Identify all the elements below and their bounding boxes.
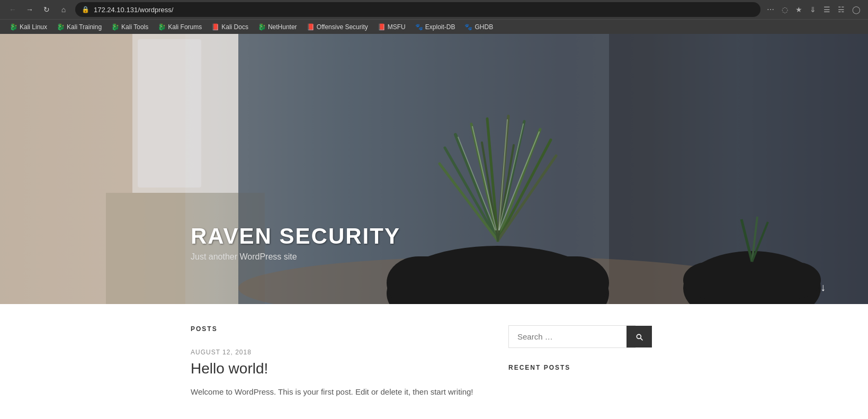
msfu-icon: 📕 — [378, 23, 386, 31]
download-icon[interactable]: ⇓ — [808, 3, 818, 16]
bookmark-kali-training-label: Kali Training — [67, 23, 102, 31]
search-box — [508, 325, 636, 348]
post-excerpt: Welcome to WordPress. This is your first… — [191, 386, 477, 398]
hero-title: RAVEN SECURITY — [191, 224, 400, 249]
bookmark-kali-docs[interactable]: 📕 Kali Docs — [207, 22, 253, 32]
browser-actions: ⋯ ◌ ★ ⇓ ☰ ☵ ◯ — [765, 3, 863, 16]
nav-buttons: ← → ↻ ⌂ — [5, 2, 71, 17]
kali-forums-icon: 🐉 — [158, 23, 166, 31]
ghdb-icon: 🐾 — [464, 23, 472, 31]
bookmark-kali-docs-label: Kali Docs — [221, 23, 248, 31]
address-bar[interactable]: 🔒 172.24.10.131/wordpress/ — [75, 2, 760, 17]
browser-chrome: ← → ↻ ⌂ 🔒 172.24.10.131/wordpress/ ⋯ ◌ ★… — [0, 0, 868, 34]
bookmark-kali-forums-label: Kali Forums — [168, 23, 202, 31]
bookmark-star-icon[interactable]: ★ — [793, 3, 804, 16]
post-date: AUGUST 12, 2018 — [191, 349, 477, 356]
hero-subtitle: Just another WordPress site — [191, 252, 400, 262]
kali-linux-icon: 🐉 — [10, 23, 17, 31]
pocket-icon[interactable]: ◌ — [780, 3, 790, 16]
search-input[interactable] — [509, 326, 627, 347]
forward-button[interactable]: → — [22, 2, 37, 17]
posts-section-label: POSTS — [191, 325, 477, 333]
sidebar: RECENT POSTS — [477, 325, 657, 398]
profile-icon[interactable]: ◯ — [850, 3, 863, 16]
bookmark-kali-tools-label: Kali Tools — [121, 23, 148, 31]
bookmarks-bar: 🐉 Kali Linux 🐉 Kali Training 🐉 Kali Tool… — [0, 19, 868, 34]
bookmark-offensive-security[interactable]: 📕 Offensive Security — [302, 22, 372, 32]
content-area: POSTS AUGUST 12, 2018 Hello world! Welco… — [0, 325, 477, 398]
bookmark-offensive-security-label: Offensive Security — [317, 23, 368, 31]
reload-button[interactable]: ↻ — [39, 2, 54, 17]
kali-docs-icon: 📕 — [211, 23, 219, 31]
bookmark-ghdb-label: GHDB — [475, 23, 493, 31]
kali-training-icon: 🐉 — [57, 23, 65, 31]
back-button[interactable]: ← — [5, 2, 20, 17]
main-content: POSTS AUGUST 12, 2018 Hello world! Welco… — [0, 304, 868, 419]
bookmark-nethunter-label: NetHunter — [268, 23, 297, 31]
browser-toolbar: ← → ↻ ⌂ 🔒 172.24.10.131/wordpress/ ⋯ ◌ ★… — [0, 0, 868, 19]
search-icon — [635, 333, 643, 341]
bookmark-msfu[interactable]: 📕 MSFU — [373, 22, 410, 32]
home-button[interactable]: ⌂ — [56, 2, 71, 17]
bookmark-kali-tools[interactable]: 🐉 Kali Tools — [107, 22, 153, 32]
bookmark-kali-linux-label: Kali Linux — [20, 23, 47, 31]
url-text: 172.24.10.131/wordpress/ — [94, 6, 754, 14]
search-button[interactable] — [627, 326, 652, 347]
exploit-db-icon: 🐾 — [415, 23, 423, 31]
hero-section: RAVEN SECURITY Just another WordPress si… — [0, 34, 868, 304]
hero-content-overlay: RAVEN SECURITY Just another WordPress si… — [0, 34, 868, 304]
synced-tabs-icon[interactable]: ☰ — [821, 3, 833, 16]
lock-icon: 🔒 — [82, 6, 90, 13]
post-title[interactable]: Hello world! — [191, 360, 477, 377]
bookmark-exploit-db[interactable]: 🐾 Exploit-DB — [411, 22, 460, 32]
kali-tools-icon: 🐉 — [111, 23, 119, 31]
bookmark-msfu-label: MSFU — [388, 23, 406, 31]
bookmark-exploit-db-label: Exploit-DB — [425, 23, 455, 31]
hero-text-block: RAVEN SECURITY Just another WordPress si… — [191, 224, 400, 262]
post-item: AUGUST 12, 2018 Hello world! Welcome to … — [191, 349, 477, 398]
bookmark-nethunter[interactable]: 🐉 NetHunter — [254, 22, 301, 32]
bookmark-kali-training[interactable]: 🐉 Kali Training — [52, 22, 106, 32]
split-view-icon[interactable]: ☵ — [836, 3, 847, 16]
recent-posts-label: RECENT POSTS — [508, 364, 636, 371]
more-options-button[interactable]: ⋯ — [765, 3, 776, 16]
bookmark-ghdb[interactable]: 🐾 GHDB — [460, 22, 497, 32]
scroll-down-button[interactable]: ↓ — [820, 281, 826, 293]
nethunter-icon: 🐉 — [258, 23, 266, 31]
bookmark-kali-linux[interactable]: 🐉 Kali Linux — [5, 22, 51, 32]
bookmark-kali-forums[interactable]: 🐉 Kali Forums — [154, 22, 206, 32]
offensive-security-icon: 📕 — [307, 23, 315, 31]
